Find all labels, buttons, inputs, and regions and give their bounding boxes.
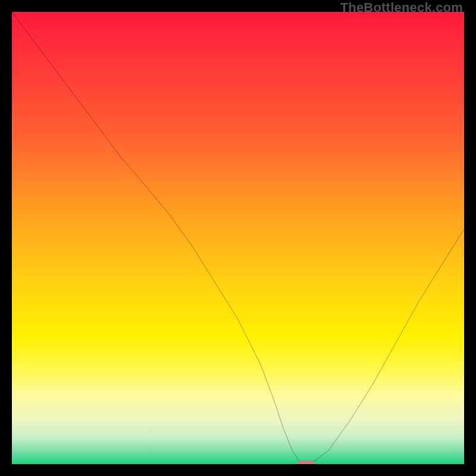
optimum-marker [12, 12, 464, 464]
watermark-text: TheBottleneck.com [340, 0, 463, 15]
svg-rect-0 [296, 461, 315, 464]
plot-area [12, 12, 464, 464]
chart-frame: TheBottleneck.com [0, 0, 476, 476]
